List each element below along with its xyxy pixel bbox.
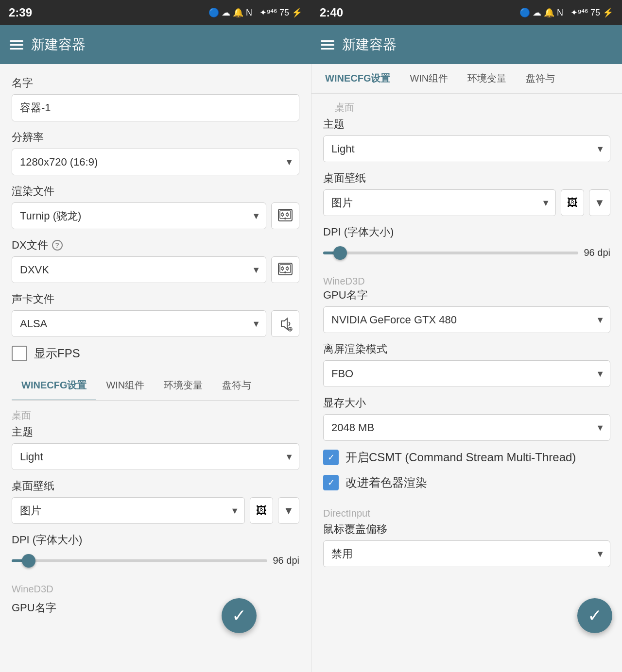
right-image-icon: 🖼 [567, 197, 578, 209]
dx-config-button[interactable] [271, 256, 299, 283]
right-wine3d-label: WineD3D [323, 271, 610, 288]
right-wallpaper-image-button[interactable]: 🖼 [561, 189, 584, 216]
confirm-button-right[interactable]: ✓ [577, 598, 612, 633]
right-csmt-checkbox[interactable]: ✓ [323, 450, 339, 465]
resolution-field-group: 分辨率 1280x720 (16:9) ▼ [12, 130, 299, 175]
left-wallpaper-image-button[interactable]: 🖼 [250, 497, 273, 524]
right-vram-select[interactable]: 2048 MB [323, 414, 610, 441]
svg-marker-20 [281, 319, 287, 329]
svg-point-2 [284, 218, 286, 219]
right-dpi-thumb[interactable] [333, 246, 347, 260]
right-shader-checkbox[interactable]: ✓ [323, 475, 339, 490]
time-left: 2:39 [9, 6, 32, 19]
right-directinput-header: DirectInput [323, 500, 610, 522]
right-wallpaper-dropdown-button[interactable]: ▼ [589, 189, 610, 216]
left-tab-winecfg[interactable]: WINECFG设置 [12, 371, 96, 401]
status-icons-left: 🔵 ☁ 🔔 N ✦ᵍ⁴⁶ 75 ⚡ [208, 7, 302, 18]
menu-icon-right[interactable] [321, 40, 334, 50]
right-wallpaper-group: 桌面壁纸 图片 ▼ 🖼 ▼ [323, 171, 610, 216]
name-input[interactable] [12, 94, 299, 121]
status-icons-right: 🔵 ☁ 🔔 N ✦ᵍ⁴⁶ 75 ⚡ [519, 7, 613, 18]
right-offscreen-select[interactable]: FBO [323, 360, 610, 387]
right-offscreen-select-wrapper: FBO ▼ [323, 360, 610, 387]
right-wallpaper-select-wrapper: 图片 ▼ [323, 189, 556, 216]
right-csmt-label: 开启CSMT (Command Stream Multi-Thread) [346, 450, 576, 465]
svg-rect-1 [280, 211, 291, 218]
audio-field-group: 声卡文件 ALSA ▼ [12, 292, 299, 337]
confirm-button-left[interactable]: ✓ [222, 598, 257, 633]
left-tab-wincomp[interactable]: WIN组件 [96, 371, 154, 401]
image-icon: 🖼 [256, 504, 267, 517]
resolution-label: 分辨率 [12, 130, 299, 145]
left-desktop-header: 桌面 [12, 401, 299, 425]
right-theme-select-wrapper: Light ▼ [323, 135, 610, 162]
app-title-left: 新建容器 [31, 35, 86, 54]
dx-help-icon[interactable]: ? [52, 240, 63, 251]
left-dpi-value: 96 dpi [273, 555, 300, 566]
right-gpu-group: GPU名字 NVIDIA GeForce GTX 480 ▼ [323, 288, 610, 333]
time-right: 2:40 [320, 6, 343, 19]
audio-select-wrapper: ALSA ▼ [12, 310, 266, 337]
left-tab-disk[interactable]: 盘符与 [212, 371, 261, 401]
menu-icon-left[interactable] [10, 40, 23, 50]
left-dpi-label: DPI (字体大小) [12, 533, 299, 547]
left-dpi-thumb[interactable] [22, 554, 35, 568]
left-wallpaper-select[interactable]: 图片 [12, 497, 245, 524]
right-dpi-track[interactable] [323, 252, 578, 254]
right-theme-group: 主题 Light ▼ [323, 117, 610, 162]
status-bar-right: 2:40 🔵 ☁ 🔔 N ✦ᵍ⁴⁶ 75 ⚡ [311, 0, 622, 25]
right-mouse-select-wrapper: 禁用 ▼ [323, 540, 610, 567]
right-shader-row: ✓ 改进着色器渲染 [323, 475, 610, 490]
right-tab-disk[interactable]: 盘符与 [516, 64, 565, 94]
renderer-field-group: 渲染文件 Turnip (骁龙) ▼ [12, 184, 299, 229]
resolution-select[interactable]: 1280x720 (16:9) [12, 149, 299, 175]
svg-point-8 [286, 213, 289, 216]
renderer-label: 渲染文件 [12, 184, 299, 199]
audio-config-button[interactable] [271, 310, 299, 337]
right-shader-label: 改进着色器渲染 [346, 475, 427, 490]
dx-select[interactable]: DXVK [12, 256, 266, 283]
right-theme-label: 主题 [323, 117, 610, 132]
right-vram-label: 显存大小 [323, 396, 610, 410]
left-panel: 名字 分辨率 1280x720 (16:9) ▼ 渲染文件 Turn [0, 64, 311, 672]
renderer-select[interactable]: Turnip (骁龙) [12, 202, 266, 229]
left-dpi-track[interactable] [12, 559, 267, 562]
left-tab-content: 桌面 主题 Light ▼ 桌面壁纸 图片 [12, 401, 299, 615]
right-tab-wincomp[interactable]: WIN组件 [400, 64, 458, 94]
show-fps-label: 显示FPS [34, 346, 80, 361]
left-tabs-bar: WINECFG设置 WIN组件 环境变量 盘符与 [12, 371, 299, 401]
audio-select[interactable]: ALSA [12, 310, 266, 337]
left-wallpaper-select-wrapper: 图片 ▼ [12, 497, 245, 524]
right-mouse-group: 鼠标覆盖偏移 禁用 ▼ [323, 522, 610, 567]
left-wallpaper-dropdown-button[interactable]: ▼ [278, 497, 299, 524]
svg-point-14 [281, 267, 284, 269]
svg-point-13 [284, 271, 286, 273]
left-tab-env[interactable]: 环境变量 [154, 371, 212, 401]
right-mouse-select[interactable]: 禁用 [323, 540, 610, 567]
svg-point-17 [286, 267, 289, 269]
dx-label: DX文件 ? [12, 238, 299, 252]
renderer-config-button[interactable] [271, 202, 299, 229]
app-title-right: 新建容器 [342, 35, 397, 54]
right-csmt-row: ✓ 开启CSMT (Command Stream Multi-Thread) [323, 450, 610, 465]
name-label: 名字 [12, 76, 299, 90]
left-theme-select[interactable]: Light [12, 443, 299, 470]
right-tab-winecfg[interactable]: WINECFG设置 [315, 64, 400, 94]
right-wallpaper-select[interactable]: 图片 [323, 189, 556, 216]
show-fps-checkbox[interactable] [12, 346, 27, 361]
status-bar-left: 2:39 🔵 ☁ 🔔 N ✦ᵍ⁴⁶ 75 ⚡ [0, 0, 311, 25]
left-theme-group: 主题 Light ▼ [12, 425, 299, 470]
right-tab-env[interactable]: 环境变量 [458, 64, 516, 94]
right-theme-select[interactable]: Light [323, 135, 610, 162]
left-wallpaper-label: 桌面壁纸 [12, 479, 299, 493]
svg-rect-12 [280, 265, 291, 272]
left-wallpaper-group: 桌面壁纸 图片 ▼ 🖼 ▼ [12, 479, 299, 524]
name-field-group: 名字 [12, 76, 299, 121]
right-desktop-header: 桌面 [323, 94, 610, 117]
right-vram-group: 显存大小 2048 MB ▼ [323, 396, 610, 441]
right-vram-select-wrapper: 2048 MB ▼ [323, 414, 610, 441]
right-gpu-select[interactable]: NVIDIA GeForce GTX 480 [323, 306, 610, 333]
svg-point-3 [281, 213, 284, 216]
right-gpu-select-wrapper: NVIDIA GeForce GTX 480 ▼ [323, 306, 610, 333]
right-dpi-group: DPI (字体大小) 96 dpi [323, 225, 610, 262]
